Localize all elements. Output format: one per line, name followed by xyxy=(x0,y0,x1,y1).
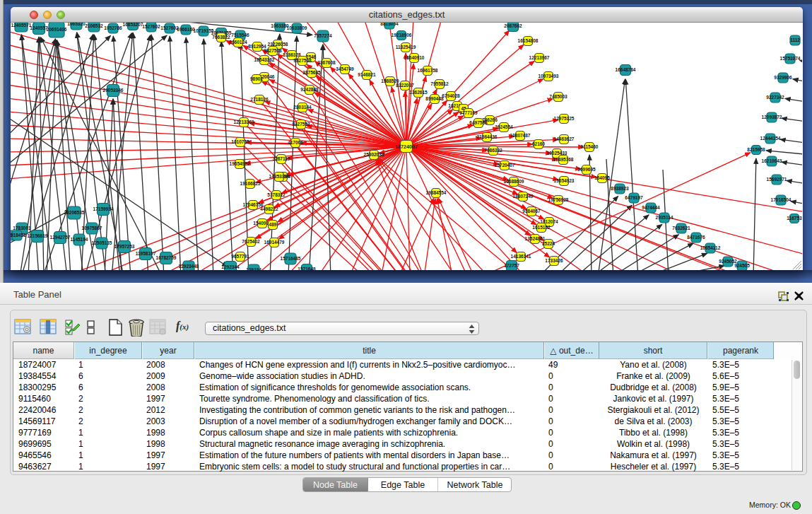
svg-text:8322037: 8322037 xyxy=(396,83,414,88)
svg-text:19756928: 19756928 xyxy=(548,197,569,202)
svg-text:7515546: 7515546 xyxy=(231,33,249,37)
svg-text:9146821: 9146821 xyxy=(358,72,376,77)
svg-text:15716485: 15716485 xyxy=(281,256,301,261)
svg-text:9474444: 9474444 xyxy=(642,205,660,210)
svg-text:98901: 98901 xyxy=(250,76,263,81)
svg-text:62160: 62160 xyxy=(532,141,545,146)
svg-text:14136141: 14136141 xyxy=(511,254,531,259)
svg-text:16782759: 16782759 xyxy=(156,255,177,260)
svg-text:20206535: 20206535 xyxy=(64,210,85,215)
svg-text:9242848: 9242848 xyxy=(300,87,319,92)
svg-text:10975867: 10975867 xyxy=(82,226,102,230)
svg-text:924505: 924505 xyxy=(734,263,750,268)
svg-text:1240557: 1240557 xyxy=(30,25,48,30)
svg-text:1527602: 1527602 xyxy=(142,24,160,29)
svg-text:16154808: 16154808 xyxy=(518,38,539,43)
svg-text:116753: 116753 xyxy=(787,216,802,221)
svg-text:18495768: 18495768 xyxy=(553,157,574,162)
svg-text:3454749: 3454749 xyxy=(336,66,354,71)
svg-text:164095: 164095 xyxy=(594,175,610,180)
svg-text:1733426: 1733426 xyxy=(545,258,563,263)
svg-text:20691406: 20691406 xyxy=(47,27,67,32)
svg-text:11325419: 11325419 xyxy=(396,45,416,49)
svg-text:16961758: 16961758 xyxy=(418,68,438,73)
svg-text:16648784: 16648784 xyxy=(616,67,636,72)
svg-text:12213967: 12213967 xyxy=(529,55,550,60)
svg-text:7485003: 7485003 xyxy=(549,94,567,99)
svg-text:9384067: 9384067 xyxy=(522,209,541,214)
svg-text:16853207: 16853207 xyxy=(123,23,143,27)
svg-text:19654923: 19654923 xyxy=(554,178,575,183)
svg-text:18807249: 18807249 xyxy=(513,194,534,199)
svg-text:3875685: 3875685 xyxy=(302,70,321,75)
svg-text:9227342: 9227342 xyxy=(766,95,784,100)
svg-text:7625402: 7625402 xyxy=(242,239,260,244)
svg-text:6794028: 6794028 xyxy=(442,93,460,98)
svg-text:12156819: 12156819 xyxy=(28,233,48,238)
svg-text:2367608: 2367608 xyxy=(317,60,336,65)
svg-text:2718126: 2718126 xyxy=(250,97,269,102)
svg-text:8990448: 8990448 xyxy=(425,96,444,101)
svg-text:8938923: 8938923 xyxy=(611,186,629,191)
svg-text:18640910: 18640910 xyxy=(404,55,425,60)
svg-text:1527602: 1527602 xyxy=(160,25,179,30)
svg-text:6497568: 6497568 xyxy=(469,120,488,125)
svg-text:12093872: 12093872 xyxy=(762,115,782,119)
svg-text:14353394: 14353394 xyxy=(269,174,290,179)
svg-text:2803144: 2803144 xyxy=(293,105,312,110)
svg-text:12405571: 12405571 xyxy=(11,23,32,28)
svg-text:9699695: 9699695 xyxy=(577,167,596,172)
svg-text:12975125: 12975125 xyxy=(554,116,575,121)
svg-text:8660124: 8660124 xyxy=(229,40,247,45)
svg-text:16210643: 16210643 xyxy=(762,158,782,163)
svg-text:21364436: 21364436 xyxy=(477,134,498,139)
svg-text:172757: 172757 xyxy=(504,263,519,268)
svg-text:11958107: 11958107 xyxy=(136,251,156,256)
svg-text:12444154: 12444154 xyxy=(760,136,781,141)
svg-text:9115460: 9115460 xyxy=(581,144,599,149)
svg-text:19654982: 19654982 xyxy=(230,161,250,166)
svg-text:489: 489 xyxy=(269,222,277,227)
svg-text:15720407: 15720407 xyxy=(495,163,515,168)
svg-text:10973493: 10973493 xyxy=(539,74,559,78)
svg-text:1145194: 1145194 xyxy=(71,237,88,242)
svg-text:6479197: 6479197 xyxy=(625,195,643,200)
svg-text:17957253: 17957253 xyxy=(114,244,135,249)
svg-text:4498222: 4498222 xyxy=(260,206,278,211)
svg-text:8471676: 8471676 xyxy=(687,235,705,240)
svg-text:9827508: 9827508 xyxy=(264,48,282,53)
svg-text:5378312: 5378312 xyxy=(267,192,286,197)
svg-text:3267110: 3267110 xyxy=(273,156,290,161)
svg-text:7357274: 7357274 xyxy=(314,33,332,38)
svg-text:1112: 1112 xyxy=(790,37,800,42)
svg-text:19166825: 19166825 xyxy=(240,181,261,186)
svg-text:12942757: 12942757 xyxy=(50,235,71,240)
svg-text:1065320: 1065320 xyxy=(67,23,86,26)
svg-text:16543362: 16543362 xyxy=(254,57,275,62)
svg-text:2106532: 2106532 xyxy=(85,23,103,28)
svg-text:15751074: 15751074 xyxy=(780,56,801,61)
svg-text:25302033: 25302033 xyxy=(364,152,384,157)
svg-text:12923448: 12923448 xyxy=(179,264,199,269)
svg-text:417006: 417006 xyxy=(288,140,303,145)
svg-text:7986322: 7986322 xyxy=(484,148,502,153)
svg-text:9427552: 9427552 xyxy=(292,122,310,127)
svg-text:6966160: 6966160 xyxy=(177,27,195,32)
svg-text:7955812: 7955812 xyxy=(430,81,449,86)
svg-text:14463627: 14463627 xyxy=(554,136,575,141)
svg-text:19384554: 19384554 xyxy=(426,190,447,195)
svg-text:1063380: 1063380 xyxy=(271,23,289,28)
svg-text:9657791: 9657791 xyxy=(231,254,249,259)
svg-text:9329906: 9329906 xyxy=(774,75,792,80)
svg-text:10654112: 10654112 xyxy=(700,245,721,250)
svg-text:12213369: 12213369 xyxy=(234,119,254,124)
svg-text:8215958: 8215958 xyxy=(747,147,765,152)
svg-text:10633809: 10633809 xyxy=(287,25,307,30)
svg-text:25224: 25224 xyxy=(542,241,555,246)
svg-text:9777169: 9777169 xyxy=(459,110,478,115)
svg-text:1783001: 1783001 xyxy=(13,226,31,230)
svg-text:17159934: 17159934 xyxy=(93,206,114,211)
svg-text:7663822: 7663822 xyxy=(212,35,230,40)
svg-text:10807487: 10807487 xyxy=(510,133,531,138)
svg-text:1615152: 1615152 xyxy=(532,225,551,230)
